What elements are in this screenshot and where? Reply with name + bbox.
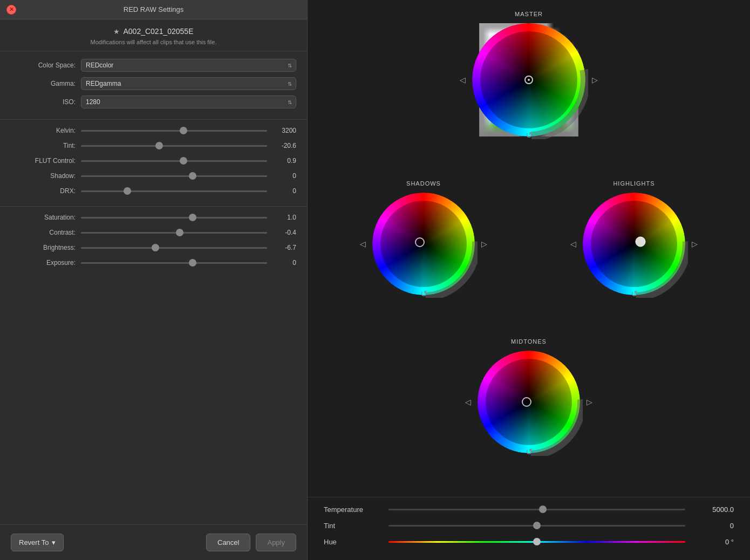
saturation-slider[interactable] [81,212,267,223]
right-tint-slider[interactable] [388,520,685,531]
right-sliders: Temperature 5000.0 Tint 0 Hue [308,497,750,560]
master-left-arrow[interactable]: ◁ [460,76,466,84]
saturation-value: 1.0 [272,214,296,221]
flut-value: 0.9 [272,157,296,165]
svg-text:↺: ↺ [420,289,427,298]
brightness-row: Brightness: -6.7 [11,242,296,253]
shadow-value: 0 [272,172,296,180]
exposure-value: 0 [272,259,296,267]
contrast-label: Contrast: [11,229,76,236]
tint-value: -20.6 [272,142,296,149]
left-panel: ✕ RED RAW Settings ★ A002_C021_02055E Mo… [0,0,308,560]
color-space-select[interactable]: REDcolor [81,59,296,72]
midtones-wheel[interactable]: ↺ ◁ ▷ [475,348,583,456]
file-name-row: ★ A002_C021_02055E [113,27,193,36]
drx-slider[interactable] [81,186,267,196]
kelvin-label: Kelvin: [11,127,76,134]
iso-row: ISO: 1280 [11,95,296,108]
color-wheels-area: MASTER [308,0,750,497]
hue-value: 0 ° [691,538,734,546]
window-title: RED RAW Settings [124,5,184,13]
iso-label: ISO: [11,98,76,106]
bottom-buttons: Revert To ▾ Cancel Apply [0,524,307,560]
kelvin-row: Kelvin: 3200 [11,125,296,136]
file-name: A002_C021_02055E [123,27,193,36]
contrast-slider[interactable] [81,227,267,238]
highlights-label: HIGHLIGHTS [613,180,654,187]
shadows-right-arrow[interactable]: ▷ [481,240,487,248]
drx-row: DRX: 0 [11,186,296,196]
color-space-row: Color Space: REDcolor [11,59,296,72]
contrast-row: Contrast: -0.4 [11,227,296,238]
tint-row: Tint: -20.6 [11,140,296,151]
highlights-left-arrow[interactable]: ◁ [570,240,576,248]
hue-label: Hue [324,538,388,546]
hue-row: Hue 0 ° [324,536,734,547]
highlights-wheel-container: HIGHLIGHTS ↺ ◁ ▷ [534,180,734,333]
slider-section-1: Kelvin: 3200 Tint: -20.6 FLUT Control: [0,120,307,207]
svg-text:↺: ↺ [631,289,638,298]
exposure-row: Exposure: 0 [11,257,296,268]
midtones-right-arrow[interactable]: ▷ [587,398,592,406]
temperature-label: Temperature [324,506,388,514]
shadows-wheel[interactable]: ↺ ◁ ▷ [370,190,478,298]
svg-text:↺: ↺ [526,447,533,456]
saturation-label: Saturation: [11,214,76,221]
contrast-value: -0.4 [272,229,296,236]
highlights-right-arrow[interactable]: ▷ [692,240,698,248]
cancel-button[interactable]: Cancel [206,534,250,551]
settings-dropdowns: Color Space: REDcolor Gamma: REDgamma IS… [0,51,307,120]
tint-label: Tint: [11,142,76,149]
midtones-left-arrow[interactable]: ◁ [465,398,471,406]
title-bar: ✕ RED RAW Settings [0,0,307,19]
gamma-select[interactable]: REDgamma [81,77,296,90]
kelvin-value: 3200 [272,127,296,134]
svg-point-9 [636,237,645,247]
close-button[interactable]: ✕ [6,5,16,15]
brightness-label: Brightness: [11,244,76,251]
right-tint-row: Tint 0 [324,520,734,531]
shadows-left-arrow[interactable]: ◁ [360,240,366,248]
shadows-wheel-container: SHADOWS ↺ ◁ ▷ [324,180,523,333]
revert-label: Revert To [19,538,49,547]
shadow-row: Shadow: 0 [11,170,296,181]
flut-row: FLUT Control: 0.9 [11,155,296,166]
shadow-slider[interactable] [81,170,267,181]
flut-label: FLUT Control: [11,157,76,165]
exposure-label: Exposure: [11,259,76,267]
brightness-value: -6.7 [272,244,296,251]
iso-select[interactable]: 1280 [81,95,296,108]
drx-label: DRX: [11,187,76,195]
exposure-slider[interactable] [81,257,267,268]
shadows-label: SHADOWS [406,180,441,187]
temperature-slider[interactable] [388,504,685,515]
file-note: Modifications will affect all clips that… [91,39,217,45]
highlights-wheel[interactable]: ↺ ◁ ▷ [580,190,688,298]
master-right-arrow[interactable]: ▷ [592,76,598,84]
flut-slider[interactable] [81,155,267,166]
apply-button[interactable]: Apply [256,534,296,551]
slider-section-2: Saturation: 1.0 Contrast: -0.4 Brightnes… [0,207,307,278]
svg-point-3 [528,79,530,81]
gamma-select-wrapper: REDgamma [81,77,296,90]
temperature-row: Temperature 5000.0 [324,504,734,515]
brightness-slider[interactable] [81,242,267,253]
midtones-wheel-container: MIDTONES ↺ ◁ ▷ [324,338,734,491]
color-space-label: Color Space: [11,62,76,69]
shadow-label: Shadow: [11,172,76,180]
svg-text:↺: ↺ [526,131,533,139]
master-label: MASTER [515,11,543,17]
saturation-row: Saturation: 1.0 [11,212,296,223]
tint-slider[interactable] [81,140,267,151]
master-wheel[interactable]: ↺ ◁ ▷ [469,21,588,139]
hue-slider[interactable] [388,536,685,547]
master-wheel-container: MASTER [324,11,734,175]
right-tint-value: 0 [691,522,734,530]
revert-button[interactable]: Revert To ▾ [11,534,64,551]
midtones-label: MIDTONES [511,338,547,345]
right-panel: MASTER [308,0,750,560]
kelvin-slider[interactable] [81,125,267,136]
revert-chevron-icon: ▾ [52,538,56,547]
file-section: ★ A002_C021_02055E Modifications will af… [0,19,307,51]
star-icon: ★ [113,28,120,36]
